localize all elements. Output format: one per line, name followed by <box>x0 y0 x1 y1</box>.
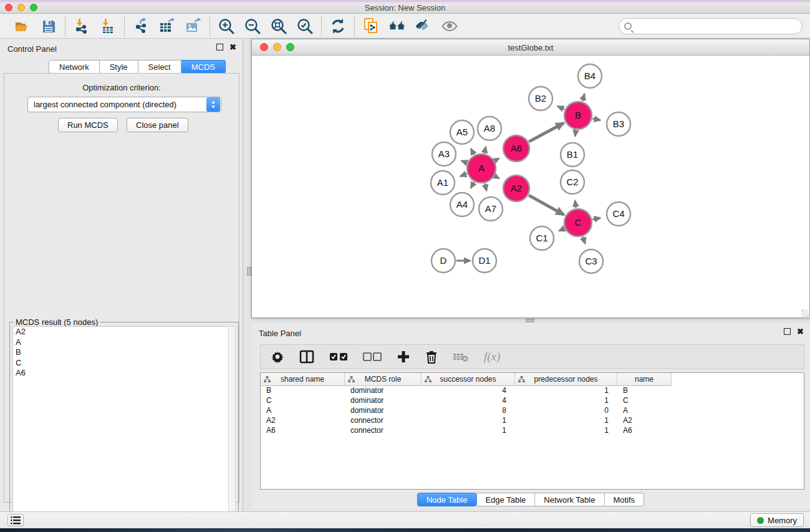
cell-shared-name[interactable]: B <box>261 386 345 396</box>
node-B4[interactable]: B4 <box>578 64 602 88</box>
criterion-dropdown[interactable]: largest connected component (directed) ▲… <box>27 97 221 112</box>
cell-successor-nodes[interactable]: 1 <box>422 416 515 426</box>
result-item[interactable]: A <box>13 337 229 348</box>
cell-name[interactable]: B <box>617 386 672 396</box>
node-C2[interactable]: C2 <box>561 170 584 194</box>
node-B2[interactable]: B2 <box>529 87 552 110</box>
close-panel-button[interactable]: Close panel <box>127 118 188 132</box>
table-row[interactable]: A2connector11A2 <box>261 416 804 426</box>
window-resize-grip[interactable] <box>801 309 809 317</box>
cell-successor-nodes[interactable]: 4 <box>422 396 515 406</box>
result-item[interactable]: A2 <box>13 327 229 337</box>
node-D1[interactable]: D1 <box>473 249 496 273</box>
result-item[interactable]: C <box>13 358 229 369</box>
edge-B-B3[interactable] <box>592 118 600 120</box>
network-window-titlebar[interactable]: testGlobe.txt <box>252 39 809 56</box>
tab-select[interactable]: Select <box>138 60 181 74</box>
task-history-button[interactable] <box>7 514 24 526</box>
export-image-icon[interactable] <box>185 17 202 35</box>
edge-C-C2[interactable] <box>575 201 576 208</box>
cell-successor-nodes[interactable]: 1 <box>422 426 515 436</box>
zoom-fit-icon[interactable] <box>270 17 287 35</box>
node-A4[interactable]: A4 <box>450 193 474 216</box>
tab-style[interactable]: Style <box>100 60 138 74</box>
cell-MCDS-role[interactable]: dominator <box>345 406 422 416</box>
edge-A2-C[interactable] <box>529 195 564 215</box>
save-session-icon[interactable] <box>40 17 57 35</box>
zoom-out-icon[interactable] <box>244 17 261 35</box>
table-row[interactable]: A6connector11A6 <box>261 426 804 436</box>
network-clipboard-icon[interactable] <box>362 17 380 35</box>
edge-C-C3[interactable] <box>583 237 586 244</box>
cell-MCDS-role[interactable]: connector <box>345 416 422 426</box>
horizontal-divider-handle[interactable] <box>526 319 534 322</box>
cell-name[interactable]: A2 <box>617 416 672 426</box>
cell-predecessor-nodes[interactable]: 1 <box>515 416 617 426</box>
node-A5[interactable]: A5 <box>450 120 474 144</box>
columns-icon[interactable] <box>299 349 314 365</box>
node-B[interactable]: B <box>564 102 592 129</box>
column-header-successor-nodes[interactable]: successor nodes <box>422 373 515 385</box>
home-icon[interactable] <box>388 17 406 35</box>
table-row[interactable]: Cdominator41C <box>261 396 804 406</box>
cell-shared-name[interactable]: A <box>261 406 345 416</box>
node-A1[interactable]: A1 <box>431 171 455 195</box>
export-network-icon[interactable] <box>132 17 150 35</box>
column-header-shared-name[interactable]: shared name <box>261 373 345 385</box>
cell-name[interactable]: C <box>617 396 672 406</box>
cell-name[interactable]: A <box>617 406 672 416</box>
float-table-panel-icon[interactable] <box>784 328 791 335</box>
cell-shared-name[interactable]: A6 <box>261 426 345 436</box>
column-header-predecessor-nodes[interactable]: predecessor nodes <box>515 373 617 385</box>
network-canvas[interactable]: AA1A3A5A8A6A2A4A7BB2B4B3B1C2CC4C1C3DD1 <box>253 56 809 317</box>
trash-icon[interactable] <box>425 349 438 365</box>
edge-B-B1[interactable] <box>575 130 576 137</box>
delete-table-icon[interactable] <box>453 349 469 365</box>
cell-name[interactable]: A6 <box>617 426 672 436</box>
visual-properties-icon[interactable] <box>415 17 432 35</box>
edge-A-A4[interactable] <box>471 182 474 188</box>
zoom-selected-icon[interactable] <box>296 17 314 35</box>
float-panel-icon[interactable] <box>216 44 223 51</box>
eye-icon[interactable] <box>441 17 458 35</box>
tab-network[interactable]: Network <box>49 60 100 74</box>
table-row[interactable]: Adominator80A <box>261 406 804 416</box>
import-network-icon[interactable] <box>73 17 90 35</box>
node-A3[interactable]: A3 <box>432 142 456 166</box>
search-field[interactable] <box>619 18 803 34</box>
node-C[interactable]: C <box>564 209 592 236</box>
node-A2[interactable]: A2 <box>503 175 529 201</box>
edge-A6-B[interactable] <box>529 123 564 142</box>
run-mcds-button[interactable]: Run MCDS <box>58 118 118 132</box>
column-header-name[interactable]: name <box>617 373 672 385</box>
result-scrollbar[interactable] <box>228 326 236 532</box>
cell-predecessor-nodes[interactable]: 0 <box>515 406 617 416</box>
cell-successor-nodes[interactable]: 4 <box>422 386 515 396</box>
export-table-icon[interactable] <box>158 17 176 35</box>
mcds-result-list[interactable]: A2ABCA6 <box>12 326 229 532</box>
tab-network-table[interactable]: Network Table <box>535 493 604 506</box>
cell-predecessor-nodes[interactable]: 1 <box>515 396 617 406</box>
close-panel-icon[interactable]: ✖ <box>229 44 236 51</box>
deselect-all-icon[interactable] <box>363 349 382 365</box>
node-C3[interactable]: C3 <box>579 249 603 273</box>
close-table-panel-icon[interactable]: ✖ <box>797 328 804 335</box>
column-header-MCDS-role[interactable]: MCDS role <box>345 373 422 385</box>
node-B3[interactable]: B3 <box>607 112 630 136</box>
zoom-in-icon[interactable] <box>218 17 235 35</box>
cell-MCDS-role[interactable]: dominator <box>345 396 422 406</box>
edge-A-A6[interactable] <box>495 158 499 161</box>
open-session-icon[interactable] <box>14 17 31 35</box>
import-table-icon[interactable] <box>99 17 117 35</box>
node-D[interactable]: D <box>432 249 455 273</box>
function-icon[interactable]: f(x) <box>484 349 500 365</box>
select-all-icon[interactable] <box>329 349 348 365</box>
refresh-icon[interactable] <box>329 17 347 35</box>
result-item[interactable]: A6 <box>13 368 229 379</box>
edge-A-A1[interactable] <box>460 174 466 177</box>
cell-predecessor-nodes[interactable]: 1 <box>515 426 617 436</box>
result-item[interactable]: B <box>13 347 229 358</box>
node-A7[interactable]: A7 <box>479 197 503 221</box>
edge-B-B2[interactable] <box>557 106 564 109</box>
cell-predecessor-nodes[interactable]: 1 <box>515 386 617 396</box>
